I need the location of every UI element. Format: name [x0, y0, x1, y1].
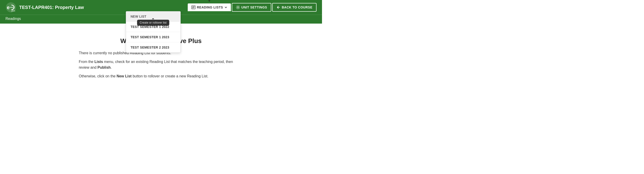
unit-settings-label: UNIT SETTINGS — [242, 6, 267, 9]
para3-prefix: Otherwise, click on the — [79, 74, 116, 78]
header: e plus TEST-LAPR401: Property Law Select… — [0, 0, 322, 24]
reading-lists-label: READING LISTS — [197, 6, 223, 9]
header-actions: Select or create a new reading list READ… — [188, 3, 316, 12]
para2: From the Lists menu, check for an existi… — [79, 59, 243, 70]
para2-bold: Lists — [94, 60, 103, 64]
gear-icon — [236, 5, 240, 9]
reading-lists-tooltip-container: Select or create a new reading list READ… — [188, 4, 231, 11]
arrow-left-icon — [276, 5, 280, 9]
ereserve-logo-icon: e plus — [6, 2, 16, 13]
para3-bold: New List — [116, 74, 132, 78]
dropdown-item-label-1: TEST SEMESTER 1 2023 — [131, 35, 169, 39]
new-list-item[interactable]: NEW LIST Create or rollover list — [126, 12, 180, 22]
back-to-course-button[interactable]: BACK TO COURSE — [272, 3, 316, 12]
reading-lists-dropdown: NEW LIST Create or rollover list TEST SE… — [126, 11, 181, 53]
logo-area: e plus TEST-LAPR401: Property Law — [6, 2, 84, 13]
subheader-label: Readings — [6, 17, 21, 21]
para3-suffix: button to rollover or create a new Readi… — [132, 74, 208, 78]
reading-lists-button[interactable]: READING LISTS — [188, 4, 231, 11]
chevron-down-icon — [224, 6, 227, 9]
dropdown-item-label-2: TEST SEMESTER 2 2023 — [131, 46, 169, 49]
new-list-label: NEW LIST — [131, 15, 146, 18]
new-list-tooltip: Create or rollover list — [137, 20, 170, 26]
dropdown-item-2[interactable]: TEST SEMESTER 2 2023 — [126, 42, 180, 52]
para2-bold2: Publish — [98, 65, 111, 69]
para2-suffix: . — [111, 65, 112, 69]
para3: Otherwise, click on the New List button … — [79, 73, 243, 79]
reading-lists-icon — [191, 5, 196, 9]
svg-point-7 — [237, 7, 239, 8]
app-title: TEST-LAPR401: Property Law — [19, 5, 84, 10]
dropdown-item-1[interactable]: TEST SEMESTER 1 2023 — [126, 32, 180, 42]
svg-text:e: e — [7, 5, 10, 10]
unit-settings-button[interactable]: UNIT SETTINGS — [232, 3, 271, 12]
para2-prefix: From the — [79, 60, 94, 64]
back-to-course-label: BACK TO COURSE — [282, 6, 312, 9]
svg-text:plus: plus — [12, 10, 15, 12]
